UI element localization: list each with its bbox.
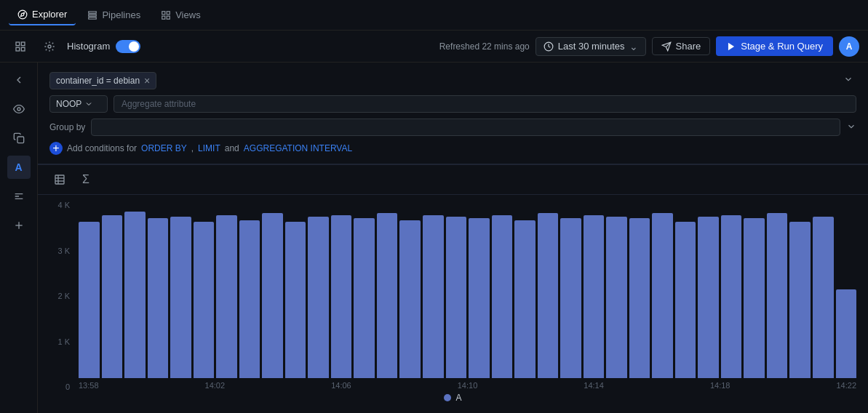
left-panel: A	[0, 63, 38, 413]
stage-label: Stage & Run Query	[741, 41, 823, 52]
y-axis-0: 0	[49, 382, 70, 391]
nav-tab-explorer-label: Explorer	[32, 9, 67, 20]
svg-point-0	[18, 10, 27, 19]
chart-bar[interactable]	[148, 218, 169, 378]
svg-rect-5	[167, 16, 170, 19]
filter-row: container_id = debian ×	[49, 71, 856, 89]
eye-icon[interactable]	[7, 97, 31, 121]
chart-bar[interactable]	[492, 215, 513, 378]
add-icon[interactable]	[7, 214, 31, 237]
conditions-row: + Add conditions for ORDER BY , LIMIT an…	[49, 142, 856, 155]
chart-bar[interactable]	[377, 213, 398, 378]
grid-icon[interactable]	[9, 35, 32, 58]
settings-svg	[44, 41, 55, 52]
chart-bar[interactable]	[836, 289, 857, 378]
chart-bar[interactable]	[423, 215, 444, 378]
conditions-text: Add conditions for	[67, 143, 137, 153]
agg-type-label: NOOP	[56, 99, 81, 109]
chart-legend: A	[49, 390, 856, 406]
chart-bar[interactable]	[124, 212, 146, 378]
chart-bar[interactable]	[331, 215, 352, 378]
sigma-icon[interactable]: Σ	[76, 169, 96, 190]
order-by-link[interactable]: ORDER BY	[141, 143, 187, 153]
chart-bar[interactable]	[698, 217, 719, 378]
chart-bar[interactable]	[170, 217, 191, 378]
x-axis-label: 13:58	[79, 381, 99, 390]
text-a-icon[interactable]: A	[7, 156, 31, 179]
chart-bar[interactable]	[194, 222, 215, 378]
chart-bar[interactable]	[469, 218, 490, 378]
chart-bar[interactable]	[652, 213, 673, 378]
histogram-label: Histogram	[67, 41, 110, 52]
chart-bar[interactable]	[560, 218, 581, 378]
chart-bar[interactable]	[789, 222, 811, 378]
svg-marker-14	[728, 42, 734, 50]
avatar-label: A	[846, 41, 853, 52]
nav-tab-views-label: Views	[175, 9, 200, 20]
chart-bar[interactable]	[721, 215, 742, 378]
copy-icon[interactable]	[7, 127, 31, 150]
chart-bar[interactable]	[629, 218, 650, 378]
stage-run-button[interactable]: Stage & Run Query	[716, 36, 833, 56]
chart-bars-container	[79, 201, 856, 378]
bottom-toolbar: Σ	[38, 164, 868, 195]
add-conditions-button[interactable]: +	[49, 142, 63, 155]
agg-type-dropdown[interactable]: NOOP	[49, 95, 108, 113]
time-selector[interactable]: Last 30 minutes	[535, 37, 646, 56]
chart-bar[interactable]	[584, 215, 605, 378]
editor-area: A container_id = debian ×	[0, 63, 868, 413]
chart-bar[interactable]	[446, 217, 467, 378]
chart-bar[interactable]	[538, 213, 559, 378]
agg-attribute-input[interactable]: Aggregate attribute	[114, 95, 856, 113]
y-axis-3k: 3 K	[49, 246, 70, 255]
time-label: Last 30 minutes	[558, 41, 625, 52]
filter-remove-button[interactable]: ×	[144, 76, 150, 86]
chart-bar[interactable]	[744, 218, 765, 378]
chart-bar[interactable]	[606, 217, 627, 378]
chart-bar[interactable]	[399, 220, 421, 378]
pipeline-icon	[87, 10, 97, 20]
histogram-toggle[interactable]	[116, 40, 140, 53]
chart-bar[interactable]	[813, 217, 834, 378]
agg-chevron-icon	[84, 100, 93, 108]
svg-rect-4	[162, 16, 165, 19]
chart-bar[interactable]	[262, 213, 283, 378]
main-toolbar: Histogram Refreshed 22 mins ago Last 30 …	[0, 31, 868, 63]
play-icon	[726, 41, 736, 52]
chevron-down-group-icon	[846, 121, 856, 132]
x-axis-label: 14:18	[710, 381, 730, 390]
chart-bar[interactable]	[79, 222, 100, 378]
chart-bar[interactable]	[514, 220, 535, 378]
collapse-icon[interactable]	[7, 68, 31, 92]
x-axis-label: 14:10	[458, 381, 478, 390]
function-icon[interactable]	[7, 185, 31, 208]
share-button[interactable]: Share	[652, 37, 711, 55]
chart-bar[interactable]	[285, 222, 306, 378]
group-by-label: Group by	[49, 122, 85, 132]
filter-expand-icon[interactable]	[840, 71, 856, 89]
limit-link[interactable]: LIMIT	[198, 143, 220, 153]
top-nav: Explorer Pipelines Views	[0, 0, 868, 31]
chart-bar[interactable]	[354, 218, 375, 378]
collapse-svg	[13, 74, 25, 86]
nav-tab-pipelines[interactable]: Pipelines	[79, 5, 149, 25]
chart-bar[interactable]	[675, 222, 696, 378]
chart-bar[interactable]	[102, 215, 123, 378]
svg-rect-7	[21, 42, 25, 46]
y-axis-4k: 4 K	[49, 201, 70, 209]
share-icon	[661, 41, 672, 52]
filter-tag[interactable]: container_id = debian ×	[49, 72, 156, 89]
chart-bar[interactable]	[767, 213, 788, 378]
group-by-input[interactable]	[91, 119, 840, 136]
avatar[interactable]: A	[839, 36, 859, 57]
chart-bar[interactable]	[239, 220, 260, 378]
plus-svg	[13, 220, 25, 231]
aggregation-interval-link[interactable]: AGGREGATION INTERVAL	[244, 143, 352, 153]
chart-bar[interactable]	[216, 215, 237, 378]
settings-icon[interactable]	[38, 35, 61, 58]
table-icon[interactable]	[49, 169, 70, 190]
nav-tab-explorer[interactable]: Explorer	[9, 4, 76, 25]
group-by-expand-icon[interactable]	[846, 121, 856, 134]
chart-bar[interactable]	[308, 217, 329, 378]
nav-tab-views[interactable]: Views	[152, 5, 209, 25]
